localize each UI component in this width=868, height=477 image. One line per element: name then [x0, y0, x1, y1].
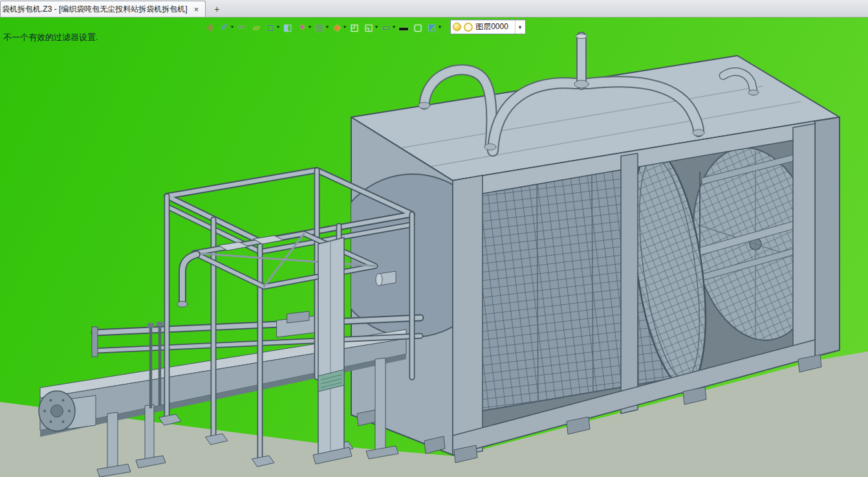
background-color-icon[interactable]: ▢	[411, 20, 425, 34]
orient-view-icon[interactable]: ◆▾	[330, 20, 347, 34]
image-capture-icon[interactable]: ▦▾	[312, 20, 330, 34]
sketch-plane-icon[interactable]: ▱	[249, 20, 263, 34]
exit-environment-icon[interactable]: ⎆	[203, 20, 217, 34]
zoom-window-icon[interactable]: ◰	[347, 20, 362, 34]
layer-color-icon[interactable]	[464, 23, 473, 32]
status-message: 不一个有效的过滤器设置.	[3, 32, 98, 43]
image-capture-icon: ▦	[314, 21, 325, 33]
orient-view-icon: ◆	[331, 21, 343, 33]
exit-environment-icon: ⎆	[204, 21, 216, 33]
dropdown-arrow-icon[interactable]: ▾	[326, 24, 329, 30]
background-color-icon: ▢	[412, 21, 424, 33]
line-width-icon[interactable]: ▬	[396, 20, 411, 34]
viewport-toolbar: ⎆✐▾✂▱◻▾◧✶▾▦▾◆▾◰◱▾▭▾▬▢◩▾ 图层0000 ▾	[203, 19, 526, 34]
paint-style-icon[interactable]: ✐▾	[217, 20, 235, 34]
shading-material-icon: ◩	[426, 21, 438, 33]
dropdown-arrow-icon[interactable]: ▾	[393, 24, 395, 30]
shade-mode-icon[interactable]: ◧	[281, 20, 295, 34]
shade-mode-icon: ◧	[282, 21, 294, 33]
shading-material-icon[interactable]: ◩▾	[425, 20, 442, 34]
layer-visibility-bulb-icon[interactable]	[453, 23, 461, 31]
tab-bar: 袋机拆包机.Z3 - [编织袋吨包无尘投料站拆袋机拆包机] × +	[0, 0, 868, 17]
dropdown-arrow-icon[interactable]: ▾	[231, 24, 233, 30]
trim-cut-icon[interactable]: ✂	[235, 20, 249, 34]
view-cube-icon[interactable]: ◻▾	[263, 20, 281, 34]
new-tab-button[interactable]: +	[210, 3, 224, 16]
zoom-window-icon: ◰	[349, 21, 360, 33]
tab-close-icon[interactable]: ×	[193, 5, 201, 14]
window-select-icon: ◱	[363, 21, 374, 33]
window-select-icon[interactable]: ◱▾	[362, 20, 379, 34]
paint-style-icon: ✐	[219, 21, 230, 33]
document-tab[interactable]: 袋机拆包机.Z3 - [编织袋吨包无尘投料站拆袋机拆包机] ×	[0, 1, 206, 17]
line-width-icon: ▬	[398, 21, 409, 33]
trim-cut-icon: ✂	[236, 21, 248, 33]
view-cube-icon: ◻	[265, 21, 276, 33]
toolbar-icons: ⎆✐▾✂▱◻▾◧✶▾▦▾◆▾◰◱▾▭▾▬▢◩▾	[203, 20, 442, 34]
display-settings-icon[interactable]: ▭▾	[379, 20, 396, 34]
dropdown-arrow-icon[interactable]: ▾	[439, 24, 441, 30]
dropdown-arrow-icon[interactable]: ▾	[277, 24, 279, 30]
sketch-plane-icon: ▱	[250, 21, 262, 33]
layer-selector[interactable]: 图层0000 ▾	[450, 19, 526, 34]
render-wheel-icon: ✶	[296, 21, 308, 33]
dropdown-arrow-icon[interactable]: ▾	[343, 24, 346, 30]
viewport-3d[interactable]: 不一个有效的过滤器设置. ⎆✐▾✂▱◻▾◧✶▾▦▾◆▾◰◱▾▭▾▬▢◩▾ 图层0…	[0, 17, 868, 477]
dropdown-arrow-icon[interactable]: ▾	[375, 24, 378, 30]
display-settings-icon: ▭	[380, 21, 392, 33]
cad-model-scene[interactable]	[0, 17, 868, 477]
layer-name: 图层0000	[475, 21, 512, 32]
layer-dropdown-arrow-icon[interactable]: ▾	[515, 20, 524, 34]
tab-title: 袋机拆包机.Z3 - [编织袋吨包无尘投料站拆袋机拆包机]	[2, 4, 188, 15]
dropdown-arrow-icon[interactable]: ▾	[309, 24, 311, 30]
render-wheel-icon[interactable]: ✶▾	[295, 20, 312, 34]
